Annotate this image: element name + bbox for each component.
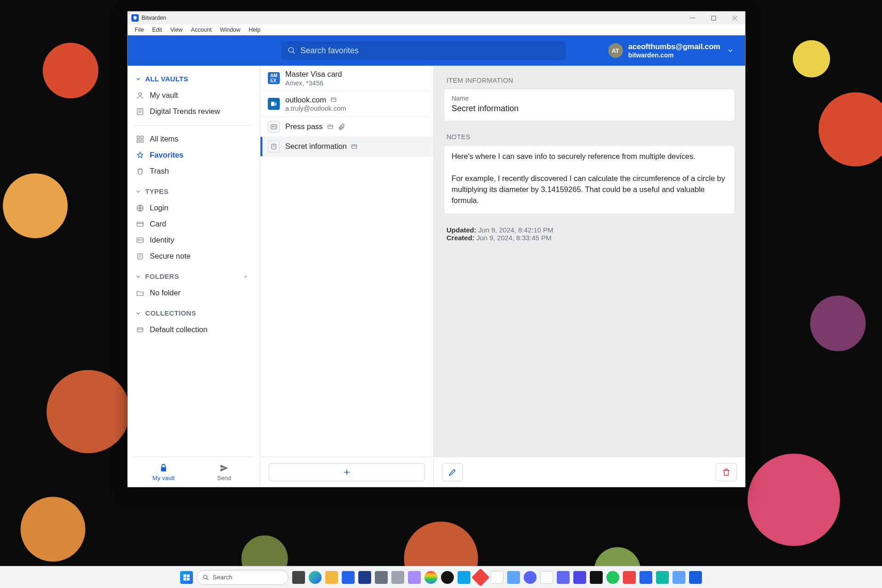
taskbar-app-icon[interactable] <box>524 571 537 584</box>
taskbar-search[interactable]: Search <box>197 570 288 585</box>
taskbar-app-icon[interactable] <box>375 571 388 584</box>
taskbar-app-icon[interactable] <box>358 571 371 584</box>
taskbar-app-icon[interactable] <box>623 571 636 584</box>
taskbar-app-icon[interactable] <box>424 571 437 584</box>
add-item-button[interactable] <box>269 463 425 481</box>
menubar: File Edit View Account Window Help <box>128 24 745 35</box>
notes-card: Here's where I can save info to securely… <box>444 145 735 214</box>
taskbar-app-icon[interactable] <box>325 571 338 584</box>
detail-column: ITEM INFORMATION Name Secret information… <box>434 66 745 487</box>
section-types[interactable]: TYPES <box>133 179 254 200</box>
org-icon <box>136 107 144 116</box>
sidebar-trash[interactable]: Trash <box>133 163 254 179</box>
trash-icon <box>136 167 144 175</box>
taskbar-app-icon[interactable] <box>309 571 322 584</box>
taskbar-app-icon[interactable] <box>606 571 619 584</box>
sidebar-collection-default[interactable]: Default collection <box>133 322 254 338</box>
list-item[interactable]: outlook.com a.truly@outlook.com <box>260 91 433 117</box>
taskbar-app-icon[interactable] <box>557 571 570 584</box>
window-maximize-button[interactable] <box>703 11 724 24</box>
section-item-information: ITEM INFORMATION <box>447 77 735 84</box>
window-close-button[interactable] <box>724 11 745 24</box>
taskbar-app-icon[interactable] <box>590 571 603 584</box>
folder-icon <box>136 289 144 297</box>
sidebar-type-identity[interactable]: Identity <box>133 232 254 248</box>
svg-rect-6 <box>137 140 139 142</box>
tab-my-vault[interactable]: My vault <box>133 457 194 487</box>
menu-edit[interactable]: Edit <box>148 25 166 34</box>
search-input[interactable] <box>300 46 560 56</box>
updated-meta: Updated: Jun 9, 2024, 8:42:10 PM <box>444 226 735 234</box>
launch-icon[interactable] <box>351 143 358 150</box>
taskbar-app-icon[interactable] <box>458 571 470 584</box>
svg-point-11 <box>138 239 140 240</box>
taskbar-app-icon[interactable] <box>573 571 586 584</box>
user-icon <box>136 91 144 100</box>
plus-icon <box>342 468 351 477</box>
grid-icon <box>136 135 144 143</box>
search-box[interactable] <box>281 41 566 60</box>
sidebar-type-card[interactable]: Card <box>133 216 254 232</box>
delete-button[interactable] <box>716 463 737 481</box>
section-collections[interactable]: COLLECTIONS <box>133 301 254 322</box>
list-item[interactable]: Press pass <box>260 117 433 137</box>
menu-help[interactable]: Help <box>244 25 265 34</box>
taskbar-app-icon[interactable] <box>342 571 355 584</box>
taskbar-app-icon[interactable] <box>391 571 404 584</box>
card-icon <box>136 220 144 228</box>
taskbar-app-icon[interactable] <box>507 571 520 584</box>
list-item[interactable]: Secret information <box>260 137 433 157</box>
edit-button[interactable] <box>442 463 463 481</box>
section-folders[interactable]: FOLDERS <box>133 264 254 285</box>
taskbar-app-icon[interactable] <box>408 571 421 584</box>
taskbar[interactable]: Search <box>0 566 882 588</box>
chevron-down-icon <box>135 310 141 317</box>
taskbar-app-icon[interactable] <box>441 571 454 584</box>
section-notes: NOTES <box>447 133 735 141</box>
launch-icon[interactable] <box>330 96 337 103</box>
section-all-vaults[interactable]: ALL VAULTS <box>133 72 254 87</box>
taskbar-app-icon[interactable] <box>639 571 652 584</box>
item-name-card: Name Secret information <box>444 89 735 121</box>
add-folder-button[interactable] <box>243 273 249 280</box>
sidebar-type-note[interactable]: Secure note <box>133 248 254 264</box>
taskbar-app-icon[interactable] <box>689 571 702 584</box>
attachment-icon[interactable] <box>338 123 345 130</box>
chevron-down-icon <box>135 76 141 82</box>
sidebar-folder-none[interactable]: No folder <box>133 285 254 301</box>
sidebar-type-login[interactable]: Login <box>133 200 254 216</box>
pencil-icon <box>448 468 457 477</box>
taskbar-app-icon[interactable] <box>491 571 503 584</box>
app-icon <box>131 14 139 22</box>
send-icon <box>219 463 229 473</box>
start-button[interactable] <box>180 571 193 584</box>
taskbar-app-icon[interactable] <box>673 571 685 584</box>
menu-file[interactable]: File <box>130 25 148 34</box>
sidebar-vault-my-vault[interactable]: My vault <box>133 87 254 103</box>
chevron-down-icon <box>135 273 141 280</box>
note-icon <box>136 252 144 260</box>
window-minimize-button[interactable] <box>682 11 703 24</box>
menu-window[interactable]: Window <box>216 25 244 34</box>
taskbar-app-icon[interactable] <box>471 568 490 587</box>
launch-icon[interactable] <box>327 123 334 130</box>
svg-rect-20 <box>352 145 357 148</box>
svg-rect-5 <box>141 136 143 138</box>
taskbar-app-icon[interactable] <box>656 571 669 584</box>
account-switcher[interactable]: AT aceofthumbs@gmail.com bitwarden.com <box>608 42 734 59</box>
svg-rect-3 <box>137 108 143 115</box>
svg-point-17 <box>272 126 274 127</box>
menu-account[interactable]: Account <box>187 25 216 34</box>
sidebar-vault-digital-trends[interactable]: Digital Trends review <box>133 103 254 119</box>
sidebar-favorites[interactable]: Favorites <box>133 147 254 163</box>
taskbar-app-icon[interactable] <box>540 571 553 584</box>
list-item[interactable]: AMEX Master Visa card Amex, *3456 <box>260 66 433 91</box>
chevron-down-icon <box>727 47 734 54</box>
account-domain: bitwarden.com <box>628 51 720 60</box>
notes-text: Here's where I can save info to securely… <box>452 151 727 206</box>
menu-view[interactable]: View <box>166 25 187 34</box>
sidebar-all-items[interactable]: All items <box>133 131 254 147</box>
tab-send[interactable]: Send <box>194 457 254 487</box>
trash-icon <box>722 468 731 477</box>
taskbar-app-icon[interactable] <box>292 571 305 584</box>
